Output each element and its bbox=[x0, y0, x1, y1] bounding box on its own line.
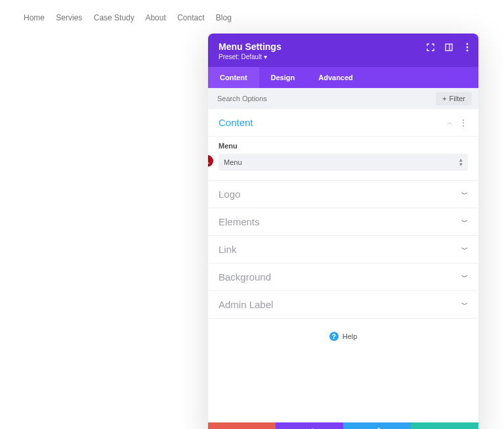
svg-point-3 bbox=[467, 47, 469, 49]
annotation-badge-1: 1 bbox=[208, 155, 213, 167]
spacer bbox=[208, 361, 478, 422]
chevron-down-icon: ﹀ bbox=[461, 217, 468, 227]
menu-select[interactable]: Menu ▴▾ bbox=[219, 154, 468, 171]
preset-dropdown[interactable]: Preset: Default ▾ bbox=[219, 53, 468, 60]
section-title: Link bbox=[219, 244, 237, 255]
menu-select-value: Menu bbox=[224, 158, 242, 166]
tab-content[interactable]: Content bbox=[208, 67, 259, 88]
search-bar: + Filter bbox=[208, 88, 478, 109]
help-link[interactable]: ? Help bbox=[208, 319, 478, 361]
chevron-down-icon: ﹀ bbox=[461, 245, 468, 254]
select-arrows-icon: ▴▾ bbox=[459, 158, 463, 167]
nav-case-study[interactable]: Case Study bbox=[94, 13, 135, 22]
nav-about[interactable]: About bbox=[145, 13, 165, 22]
chevron-down-icon: ▾ bbox=[264, 53, 267, 60]
filter-button[interactable]: + Filter bbox=[436, 92, 472, 105]
action-bar bbox=[208, 422, 478, 429]
tab-advanced[interactable]: Advanced bbox=[306, 67, 365, 88]
section-link-header[interactable]: Link ﹀ bbox=[208, 236, 478, 263]
page-topnav: Home Servies Case Study About Contact Bl… bbox=[0, 0, 504, 35]
expand-icon[interactable] bbox=[426, 43, 435, 52]
nav-services[interactable]: Servies bbox=[56, 13, 82, 22]
menu-settings-modal: Menu Settings Preset: Default ▾ Content … bbox=[208, 34, 478, 429]
chevron-down-icon: ﹀ bbox=[461, 300, 468, 309]
menu-field-label: Menu bbox=[219, 142, 468, 150]
chevron-up-icon: ︿ bbox=[447, 118, 453, 127]
search-input[interactable] bbox=[215, 92, 436, 105]
section-content-header[interactable]: Content ︿ ⋮ bbox=[208, 109, 478, 137]
section-title: Logo bbox=[219, 189, 240, 200]
svg-rect-0 bbox=[446, 44, 452, 51]
modal-header: Menu Settings Preset: Default ▾ bbox=[208, 34, 478, 67]
section-admin-label-header[interactable]: Admin Label ﹀ bbox=[208, 291, 478, 319]
settings-tabs: Content Design Advanced bbox=[208, 67, 478, 88]
section-content-body: 1 Menu Menu ▴▾ bbox=[208, 137, 478, 181]
chevron-down-icon: ﹀ bbox=[461, 190, 468, 199]
kebab-menu-icon[interactable]: ⋮ bbox=[459, 118, 468, 128]
section-title: Content bbox=[219, 117, 253, 128]
section-logo-header[interactable]: Logo ﹀ bbox=[208, 181, 478, 208]
nav-home[interactable]: Home bbox=[24, 13, 45, 22]
snap-panel-icon[interactable] bbox=[444, 43, 453, 52]
chevron-down-icon: ﹀ bbox=[461, 273, 468, 282]
help-label: Help bbox=[343, 332, 358, 340]
nav-blog[interactable]: Blog bbox=[216, 13, 232, 22]
undo-button[interactable] bbox=[276, 422, 343, 429]
nav-contact[interactable]: Contact bbox=[177, 13, 204, 22]
save-button[interactable] bbox=[411, 422, 478, 429]
section-title: Admin Label bbox=[219, 299, 273, 310]
help-icon: ? bbox=[329, 332, 339, 341]
svg-point-4 bbox=[467, 50, 469, 52]
section-background-header[interactable]: Background ﹀ bbox=[208, 263, 478, 291]
kebab-menu-icon[interactable] bbox=[463, 43, 472, 52]
svg-point-2 bbox=[467, 43, 469, 45]
plus-icon: + bbox=[442, 95, 446, 102]
tab-design[interactable]: Design bbox=[259, 67, 307, 88]
section-title: Elements bbox=[219, 216, 260, 227]
section-elements-header[interactable]: Elements ﹀ bbox=[208, 208, 478, 236]
redo-button[interactable] bbox=[343, 422, 411, 429]
section-title: Background bbox=[219, 271, 271, 282]
cancel-button[interactable] bbox=[208, 422, 276, 429]
